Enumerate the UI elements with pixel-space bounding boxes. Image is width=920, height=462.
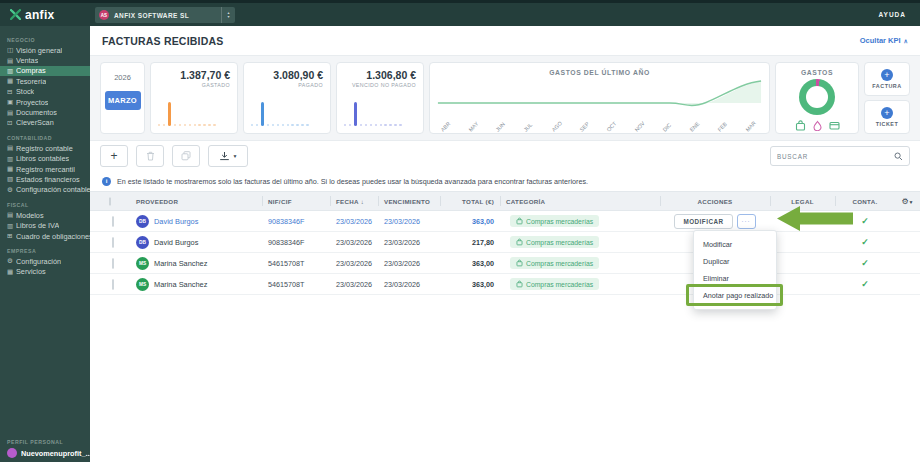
profile-menu[interactable]: Nuevomenuprofit_... xyxy=(0,448,90,458)
settings-icon: ⚙ xyxy=(7,257,16,265)
proveedor-link[interactable]: Marina Sanchez xyxy=(154,280,207,289)
menu-item-anotar-pago-realizado[interactable]: Anotar pago realizado xyxy=(694,287,776,304)
shopping-bag-icon xyxy=(795,120,806,131)
chevron-down-icon: ▼ xyxy=(233,153,238,159)
sidebar-item-documentos[interactable]: ▤Documentos xyxy=(0,107,90,117)
sidebar-item-registro-mercantil[interactable]: ▦Registro mercantil xyxy=(0,164,90,174)
sidebar-item-estados-financieros[interactable]: ▧Estados financieros xyxy=(0,174,90,184)
categoria-cell: Compras mercaderías xyxy=(500,236,660,248)
col-proveedor[interactable]: PROVEEDOR xyxy=(130,198,262,205)
sidebar-item-servicios[interactable]: ▦Servicios xyxy=(0,267,90,277)
sidebar-item-tesoreria[interactable]: ▦Tesorería xyxy=(0,76,90,86)
sidebar-item-libros-contables[interactable]: ▥Libros contables xyxy=(0,154,90,164)
sidebar-item-libros-de-iva[interactable]: ▥Libros de IVA xyxy=(0,220,90,230)
sparkline-dot xyxy=(194,124,196,126)
sparkline-dot xyxy=(394,124,396,126)
delete-button[interactable] xyxy=(136,145,164,167)
col-nif[interactable]: NIF/CIF xyxy=(262,198,330,205)
anfix-logo[interactable]: anfix xyxy=(10,8,55,22)
col-vencimiento[interactable]: VENCIMIENTO xyxy=(378,198,440,205)
sidebar-item-configuracion-contable[interactable]: ⚙Configuración contable xyxy=(0,185,90,195)
category-badge: Compras mercaderías xyxy=(510,236,599,248)
col-categoria[interactable]: CATEGORÍA xyxy=(500,198,660,205)
menu-item-eliminar[interactable]: Eliminar xyxy=(694,270,776,287)
ticket-label: TICKET xyxy=(876,121,898,127)
duplicate-button[interactable] xyxy=(172,145,200,167)
sidebar-item-ventas[interactable]: ▤Ventas xyxy=(0,55,90,65)
column-settings-button[interactable]: ⚙▼ xyxy=(895,197,920,206)
sidebar-item-compras[interactable]: ▥Compras xyxy=(0,66,90,76)
row-checkbox[interactable] xyxy=(112,258,114,269)
sparkline-dot xyxy=(287,124,289,126)
create-buttons: + FACTURA + TICKET xyxy=(864,62,910,134)
kpi-year: 2026 xyxy=(114,73,131,82)
fecha-cell: 23/03/2026 xyxy=(330,280,378,289)
total-cell: 363,00 xyxy=(440,217,500,226)
sidebar-item-vision-general[interactable]: ◫Visión general xyxy=(0,45,90,55)
new-ticket-button[interactable]: + TICKET xyxy=(864,100,910,134)
row-checkbox[interactable] xyxy=(112,237,114,248)
hide-kpi-toggle[interactable]: Ocultar KPI ∧ xyxy=(860,36,908,45)
services-icon: ▦ xyxy=(7,268,16,276)
month-label: DIC xyxy=(661,121,672,132)
menu-item-modificar[interactable]: Modificar xyxy=(694,236,776,253)
download-button[interactable]: ▼ xyxy=(208,145,248,167)
company-avatar: AS xyxy=(99,10,109,20)
profile-name: Nuevomenuprofit_... xyxy=(21,449,90,458)
col-fecha[interactable]: FECHA↓ xyxy=(330,198,378,205)
row-checkbox[interactable] xyxy=(112,279,114,290)
sidebar-item-proyectos[interactable]: ▣Proyectos xyxy=(0,97,90,107)
accounted-check-icon: ✓ xyxy=(835,237,895,247)
more-actions-button[interactable]: ··· xyxy=(737,214,756,229)
total-cell: 363,00 xyxy=(440,259,500,268)
table-row[interactable]: MSMarina Sanchez54615708T23/03/202623/03… xyxy=(90,274,920,295)
select-all-checkbox[interactable] xyxy=(109,197,111,206)
sidebar-item-stock[interactable]: ⊟Stock xyxy=(0,87,90,97)
modify-button[interactable]: MODIFICAR xyxy=(674,214,732,229)
sidebar-item-label: Registro contable xyxy=(16,144,73,153)
new-factura-button[interactable]: + FACTURA xyxy=(864,62,910,96)
month-label: MAR xyxy=(744,121,755,132)
sidebar-item-registro-contable[interactable]: ▤Registro contable xyxy=(0,143,90,153)
table-row[interactable]: DBDavid Burgos90838346F23/03/202623/03/2… xyxy=(90,232,920,253)
projects-icon: ▣ xyxy=(7,98,16,106)
help-link[interactable]: AYUDA xyxy=(878,3,906,26)
month-label: SEP xyxy=(578,121,589,132)
sidebar-item-cleverscan[interactable]: ⊡CleverScan xyxy=(0,118,90,128)
row-checkbox[interactable] xyxy=(112,216,114,227)
proveedor-link[interactable]: David Burgos xyxy=(154,238,198,247)
sales-icon: ▤ xyxy=(7,57,16,65)
categoria-cell: Compras mercaderías xyxy=(500,257,660,269)
kpi-card-vencido: 1.306,80 € VENCIDO NO PAGADO xyxy=(336,62,424,134)
total-cell: 363,00 xyxy=(440,280,500,289)
sidebar-item-configuracion[interactable]: ⚙Configuración xyxy=(0,256,90,266)
proveedor-link[interactable]: David Burgos xyxy=(154,217,198,226)
sidebar-item-cuadro-de-obligaciones[interactable]: ⊞Cuadro de obligaciones xyxy=(0,231,90,241)
sidebar-item-label: Stock xyxy=(16,87,34,96)
gastos-donut-card: GASTOS xyxy=(775,62,859,134)
info-banner: i En este listado te mostraremos solo la… xyxy=(90,171,920,191)
sidebar-item-modelos[interactable]: ▤Modelos xyxy=(0,210,90,220)
category-badge: Compras mercaderías xyxy=(510,278,599,290)
books-icon: ▥ xyxy=(7,155,16,163)
obligations-icon: ⊞ xyxy=(7,232,16,240)
company-selector[interactable]: AS ANFIX SOFTWARE SL ▴▾ xyxy=(95,7,235,23)
sidebar-item-label: Libros contables xyxy=(16,154,69,163)
search-icon xyxy=(894,152,903,161)
menu-item-duplicar[interactable]: Duplicar xyxy=(694,253,776,270)
kpi-card-gastado: 1.387,70 € GASTADO xyxy=(150,62,238,134)
line-chart-title: GASTOS DEL ÚLTIMO AÑO xyxy=(430,69,769,76)
add-invoice-button[interactable]: + xyxy=(100,145,128,167)
search-input[interactable] xyxy=(777,153,894,160)
sparkline-bar xyxy=(354,102,357,126)
fecha-cell: 23/03/2026 xyxy=(330,217,378,226)
categoria-cell: Compras mercaderías xyxy=(500,215,660,227)
sparkline-dot xyxy=(272,124,274,126)
col-total[interactable]: TOTAL (€) xyxy=(440,198,500,205)
sparkline-dot xyxy=(267,124,269,126)
proveedor-link[interactable]: Marina Sanchez xyxy=(154,259,207,268)
gastos-category-icons xyxy=(795,120,840,131)
month-button[interactable]: MARZO xyxy=(105,91,141,110)
table-row[interactable]: MSMarina Sanchez54615708T23/03/202623/03… xyxy=(90,253,920,274)
app-root: anfix AS ANFIX SOFTWARE SL ▴▾ AYUDA NEGO… xyxy=(0,0,920,462)
